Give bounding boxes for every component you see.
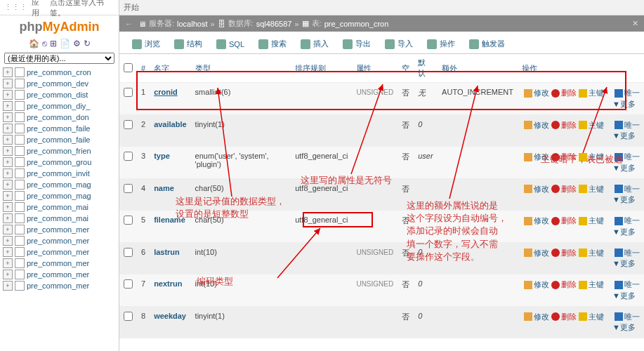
expand-icon[interactable]: +	[3, 67, 13, 77]
delete-button[interactable]: 删除	[551, 312, 577, 322]
row-checkbox[interactable]	[124, 88, 133, 97]
tree-item[interactable]: +pre_common_faile	[0, 123, 119, 134]
expand-icon[interactable]: +	[3, 270, 13, 279]
column-name[interactable]: type	[154, 152, 170, 160]
row-checkbox[interactable]	[124, 152, 133, 161]
primary-key-button[interactable]: 主键	[579, 184, 604, 194]
bc-server[interactable]: localhost	[177, 20, 207, 28]
expand-icon[interactable]: +	[3, 247, 13, 257]
start-link[interactable]: 开始	[124, 2, 139, 13]
column-name[interactable]: lastrun	[154, 248, 180, 256]
expand-icon[interactable]: +	[3, 168, 13, 178]
primary-key-button[interactable]: 主键	[579, 88, 604, 98]
row-checkbox[interactable]	[124, 120, 133, 129]
delete-button[interactable]: 删除	[551, 88, 577, 98]
edit-button[interactable]: 修改	[524, 248, 549, 258]
tab-搜索[interactable]: 搜索	[251, 34, 294, 53]
edit-button[interactable]: 修改	[524, 312, 549, 322]
expand-icon[interactable]: +	[3, 213, 13, 223]
expand-icon[interactable]: +	[3, 146, 13, 156]
tree-item[interactable]: +pre_common_mer	[0, 235, 119, 246]
tab-浏览[interactable]: 浏览	[125, 34, 167, 53]
docs-icon[interactable]: 📄	[60, 39, 70, 48]
tree-item[interactable]: +pre_common_grou	[0, 157, 119, 168]
expand-icon[interactable]: +	[3, 157, 13, 167]
row-checkbox[interactable]	[124, 248, 133, 257]
row-checkbox[interactable]	[124, 279, 133, 289]
row-checkbox[interactable]	[124, 312, 133, 321]
expand-icon[interactable]: +	[3, 236, 13, 246]
edit-button[interactable]: 修改	[524, 279, 549, 290]
expand-icon[interactable]: +	[3, 101, 13, 111]
edit-button[interactable]: 修改	[524, 184, 549, 194]
settings-icon[interactable]: ⚙	[73, 39, 81, 48]
unique-button[interactable]: 唯一	[615, 312, 640, 322]
tree-item[interactable]: +pre_common_mer	[0, 258, 119, 269]
edit-button[interactable]: 修改	[524, 152, 549, 162]
tree-item[interactable]: +pre_common_mai	[0, 213, 119, 224]
tab-插入[interactable]: 插入	[294, 34, 336, 53]
column-name[interactable]: cronid	[154, 88, 178, 96]
column-name[interactable]: name	[154, 184, 174, 192]
more-dropdown[interactable]: ▼更多	[612, 227, 636, 236]
table-tree[interactable]: +pre_common_cron+pre_common_dev+pre_comm…	[0, 65, 119, 351]
tab-结构[interactable]: 结构	[167, 34, 209, 53]
check-all[interactable]	[124, 63, 133, 72]
tab-导出[interactable]: 导出	[336, 34, 378, 53]
unique-button[interactable]: 唯一	[615, 248, 640, 258]
unique-button[interactable]: 唯一	[615, 88, 640, 98]
primary-key-button[interactable]: 主键	[579, 152, 604, 162]
edit-button[interactable]: 修改	[524, 88, 549, 98]
tab-导入[interactable]: 导入	[378, 34, 420, 53]
logout-icon[interactable]: ⎋	[42, 39, 47, 48]
more-dropdown[interactable]: ▼更多	[612, 131, 636, 140]
tree-item[interactable]: +pre_common_dist	[0, 89, 119, 100]
tree-item[interactable]: +pre_common_dev	[0, 78, 119, 89]
tree-item[interactable]: +pre_common_mer	[0, 224, 119, 235]
primary-key-button[interactable]: 主键	[579, 120, 604, 131]
column-name[interactable]: available	[154, 120, 186, 128]
bc-db[interactable]: sql486587	[256, 20, 292, 28]
tree-item[interactable]: +pre_common_faile	[0, 134, 119, 145]
delete-button[interactable]: 删除	[551, 216, 577, 226]
unique-button[interactable]: 唯一	[615, 216, 640, 226]
tree-item[interactable]: +pre_common_mer	[0, 246, 119, 258]
row-checkbox[interactable]	[124, 184, 133, 193]
home-icon[interactable]: 🏠	[29, 39, 39, 48]
more-dropdown[interactable]: ▼更多	[612, 195, 636, 204]
tree-item[interactable]: +pre_common_frien	[0, 145, 119, 157]
delete-button[interactable]: 删除	[551, 184, 577, 194]
tab-SQL[interactable]: SQL	[209, 34, 251, 53]
primary-key-button[interactable]: 主键	[579, 279, 604, 290]
sql-icon[interactable]: ⊞	[50, 39, 57, 48]
unique-button[interactable]: 唯一	[615, 184, 640, 194]
tree-item[interactable]: +pre_common_mer	[0, 269, 119, 280]
delete-button[interactable]: 删除	[551, 279, 577, 290]
expand-icon[interactable]: +	[3, 202, 13, 212]
bc-table[interactable]: pre_common_cron	[324, 20, 389, 28]
tree-item[interactable]: +pre_common_don	[0, 112, 119, 123]
primary-key-button[interactable]: 主键	[579, 248, 604, 258]
expand-icon[interactable]: +	[3, 180, 13, 190]
expand-icon[interactable]: +	[3, 225, 13, 234]
recent-tables-select[interactable]: (最近使用的表)...	[4, 53, 114, 64]
tree-item[interactable]: +pre_common_mag	[0, 179, 119, 190]
row-checkbox[interactable]	[124, 216, 133, 225]
close-icon[interactable]: ✕	[632, 19, 638, 28]
delete-button[interactable]: 删除	[551, 152, 577, 162]
expand-icon[interactable]: +	[3, 258, 13, 268]
column-name[interactable]: filename	[154, 216, 185, 224]
tree-item[interactable]: +pre_common_diy_	[0, 100, 119, 112]
tab-触发器[interactable]: 触发器	[462, 34, 512, 53]
edit-button[interactable]: 修改	[524, 120, 549, 131]
tree-item[interactable]: +pre_common_mer	[0, 280, 119, 291]
primary-key-button[interactable]: 主键	[579, 216, 604, 226]
column-name[interactable]: weekday	[154, 312, 186, 320]
expand-icon[interactable]: +	[3, 90, 13, 100]
tab-操作[interactable]: 操作	[420, 34, 462, 53]
collapse-icon[interactable]: ←	[125, 20, 133, 28]
column-name[interactable]: nextrun	[154, 279, 182, 288]
expand-icon[interactable]: +	[3, 112, 13, 122]
more-dropdown[interactable]: ▼更多	[612, 291, 636, 300]
more-dropdown[interactable]: ▼更多	[612, 164, 636, 172]
